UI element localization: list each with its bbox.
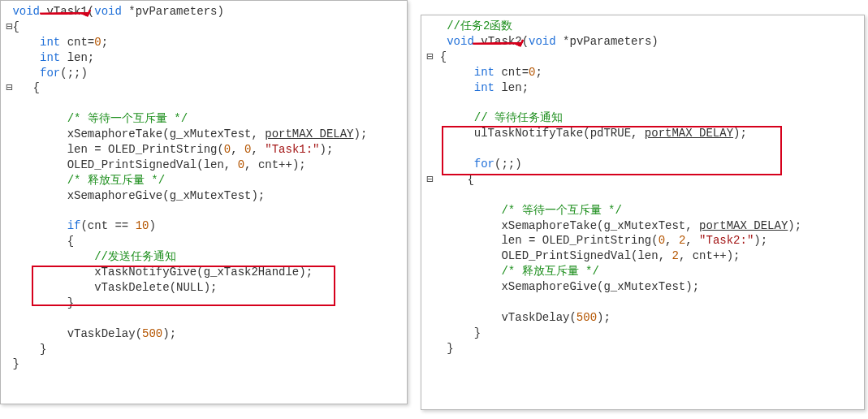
comment-release-mutex: /* 释放互斥量 */ [67, 174, 165, 187]
str-task1: "Task1:" [265, 143, 319, 156]
kw-if: if [67, 219, 81, 232]
brace-open3: { [67, 235, 74, 248]
brace-open: { [440, 50, 447, 63]
fn-name-task1: vTask1 [46, 5, 87, 18]
code-sematake: xSemaphoreTake(g_xMutexTest, [501, 219, 699, 232]
code-sematake-end: ); [353, 127, 367, 140]
fn-name-task2: vTask2 [481, 35, 521, 48]
code-print: len = OLED_PrintString( [501, 234, 658, 247]
sep: , [685, 234, 699, 247]
kw-void: void [12, 5, 40, 18]
str-task2: "Task2:" [699, 234, 754, 247]
code-delay: vTaskDelay( [501, 311, 576, 324]
code-notifytake: ulTaskNotifyTake(pdTRUE, [474, 127, 645, 140]
code-print: len = OLED_PrintString( [67, 143, 224, 156]
brace-open: { [12, 20, 19, 33]
semi: ; [535, 66, 542, 79]
brace-open2: { [33, 81, 40, 94]
code-notifygive: xTaskNotifyGive(g_xTask2Handle); [94, 266, 313, 279]
comment-task2fn: //任务2函数 [447, 19, 512, 32]
num: 0 [659, 234, 665, 247]
end: ); [733, 127, 747, 140]
if-rest: (cnt == [80, 219, 135, 232]
comment-send-notify: //发送任务通知 [94, 250, 176, 263]
end: , cnt++); [244, 158, 306, 171]
code-semagive: xSemaphoreGive(g_xMutexTest); [501, 280, 699, 293]
code-delay: vTaskDelay( [67, 327, 142, 340]
for-rest: (;;) [60, 67, 88, 80]
code-pane-task1: void vTask1(void *pvParameters) ⊟ { int … [0, 0, 408, 404]
num-ten: 10 [136, 219, 149, 232]
kw-void: void [447, 35, 474, 48]
comment-wait-mutex: /* 等待一个互斥量 */ [67, 112, 188, 125]
decl-len: len; [60, 51, 94, 64]
kw-for: for [474, 158, 494, 171]
brace-open2: { [467, 173, 473, 186]
portmax: portMAX_DELAY [645, 127, 733, 140]
decl-cnt: cnt= [494, 66, 529, 79]
end: ); [597, 311, 611, 324]
portmax: portMAX_DELAY [699, 219, 788, 232]
sep: , [665, 234, 679, 247]
brace-close3: } [67, 296, 74, 309]
if-end: ) [149, 219, 155, 232]
code-block-task1: void vTask1(void *pvParameters) ⊟ { int … [6, 4, 402, 372]
num: 500 [577, 311, 597, 324]
num-zero: 0 [94, 36, 101, 49]
end: , cnt++); [679, 249, 741, 262]
kw-void2: void [529, 35, 556, 48]
code-printval: OLED_PrintSignedVal(len, [67, 158, 238, 171]
brace-close: } [447, 342, 453, 355]
kw-void2: void [94, 5, 122, 18]
comment-wait-notify: // 等待任务通知 [474, 111, 563, 124]
end: ); [754, 234, 767, 247]
kw-int: int [40, 36, 60, 49]
brace-close: } [12, 357, 19, 370]
for-rest: (;;) [494, 158, 522, 171]
num: 500 [142, 327, 162, 340]
comment-release-mutex: /* 释放互斥量 */ [501, 265, 598, 278]
sep: , [231, 143, 244, 156]
kw-int2: int [474, 81, 494, 94]
kw-int: int [474, 66, 494, 79]
code-sematake: xSemaphoreTake(g_xMutexTest, [67, 127, 266, 140]
num: 2 [672, 249, 678, 262]
decl-len: len; [494, 81, 529, 94]
num: 0 [238, 158, 244, 171]
semi: ; [101, 36, 108, 49]
code-pane-task2: //任务2函数 void vTask2(void *pvParameters) … [421, 15, 865, 410]
portmax: portMAX_DELAY [265, 127, 353, 140]
brace-close2: } [40, 343, 46, 356]
code-printval: OLED_PrintSignedVal(len, [501, 249, 672, 262]
sig-rest: *pvParameters) [122, 5, 224, 18]
num: 0 [224, 143, 231, 156]
end: ); [162, 327, 176, 340]
code-semagive: xSemaphoreGive(g_xMutexTest); [67, 189, 266, 202]
sig-rest: *pvParameters) [556, 35, 659, 48]
code-taskdelete: vTaskDelete(NULL); [94, 281, 217, 294]
code-block-task2: //任务2函数 void vTask2(void *pvParameters) … [426, 19, 859, 356]
kw-int2: int [40, 51, 60, 64]
comment-wait-mutex: /* 等待一个互斥量 */ [501, 204, 621, 217]
end: ); [788, 219, 801, 232]
brace-close2: } [474, 326, 481, 339]
kw-for: for [40, 67, 60, 80]
decl-cnt: cnt= [60, 36, 94, 49]
end: ); [320, 143, 334, 156]
sep: , [251, 143, 265, 156]
